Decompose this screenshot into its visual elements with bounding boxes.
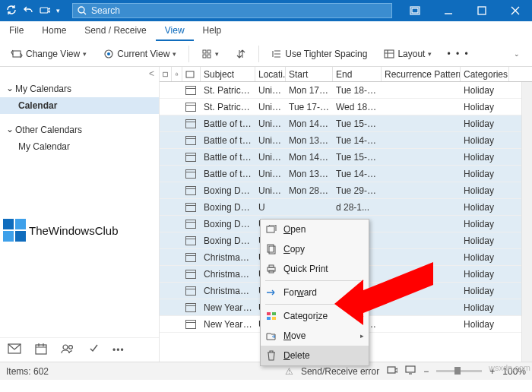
sidebar-item-my-calendar[interactable]: My Calendar (0, 138, 159, 155)
ctx-delete[interactable]: Delete (261, 346, 369, 365)
zoom-slider[interactable] (436, 370, 482, 372)
col-categories-header[interactable]: Categories ▲ (461, 67, 509, 81)
vertical-scrollbar[interactable] (521, 82, 532, 362)
windowsclub-icon (3, 219, 26, 242)
svg-rect-5 (13, 51, 21, 57)
svg-rect-14 (15, 219, 26, 229)
calendar-item-icon (185, 220, 196, 229)
ctx-categorize[interactable]: Categorize▸ (261, 306, 369, 326)
qat-dropdown-icon[interactable]: ▾ (56, 7, 60, 14)
people-icon[interactable] (61, 343, 74, 356)
camera-icon[interactable] (40, 5, 50, 17)
connection-icon[interactable] (387, 365, 397, 377)
search-input[interactable] (91, 5, 387, 16)
svg-rect-31 (267, 317, 271, 320)
calendar-item-icon (185, 186, 196, 195)
ctx-open[interactable]: OOpenpen (261, 220, 369, 239)
calendar-item-icon (185, 270, 196, 279)
calendar-item-icon (185, 103, 196, 112)
svg-rect-3 (412, 8, 418, 13)
table-row[interactable]: Boxing Day B...Unite...Mon 28-1...Tue 29… (160, 182, 532, 199)
undo-icon[interactable] (23, 5, 33, 17)
image-source-watermark: wsxdn.com (489, 363, 530, 372)
col-reminder-header[interactable] (172, 67, 182, 81)
ctx-move[interactable]: Move▸ (261, 326, 369, 346)
current-view-button[interactable]: Current View▾ (99, 46, 181, 62)
tighter-spacing-button[interactable]: Use Tighter Spacing (267, 46, 372, 62)
svg-rect-35 (406, 366, 415, 372)
menu-bar: File Home Send / Receive View Help (0, 21, 532, 41)
table-row[interactable]: Battle of the ...Unite...Mon 13-0...Tue … (160, 132, 532, 149)
col-subject-header[interactable]: Subject (201, 67, 255, 81)
minimize-button[interactable] (432, 0, 465, 21)
table-row[interactable]: St. Patrick’s ...Unite...Tue 17-03...Wed… (160, 99, 532, 115)
ctx-forward[interactable]: Forward (261, 283, 369, 302)
alert-icon: ⚠ (285, 366, 293, 377)
table-row[interactable]: Boxing Day B...Ud 28-1...Holiday (160, 199, 532, 216)
menu-view[interactable]: View (156, 21, 194, 41)
svg-rect-10 (203, 55, 206, 58)
svg-point-20 (69, 346, 73, 349)
display-settings-icon[interactable] (405, 365, 416, 377)
col-icon-header[interactable] (160, 67, 172, 81)
col-item-header[interactable] (182, 67, 201, 81)
ribbon: Change View▾ Current View▾ ▾ Use Tighter… (0, 41, 532, 67)
items-count: Items: 602 (6, 366, 49, 377)
ctx-copy[interactable]: Copy (261, 239, 369, 259)
svg-rect-13 (3, 219, 14, 229)
change-view-button[interactable]: Change View▾ (6, 46, 91, 62)
calendar-item-icon (185, 119, 196, 128)
calendar-item-icon (185, 86, 196, 95)
copy-icon (265, 244, 277, 254)
watermark-text: TheWindowsClub (29, 224, 119, 237)
nav-more-button[interactable]: ••• (112, 345, 125, 356)
arrange-button[interactable]: ▾ (197, 46, 223, 62)
close-button[interactable] (499, 0, 532, 21)
svg-point-1 (78, 7, 84, 13)
send-receive-status[interactable]: Send/Receive error (301, 366, 379, 377)
reverse-sort-button[interactable] (231, 46, 251, 62)
collapse-icon[interactable]: < (0, 67, 159, 81)
table-row[interactable]: Battle of the ...Unite...Mon 13-0...Tue … (160, 166, 532, 182)
calendar-item-icon (185, 136, 196, 145)
table-row[interactable]: Battle of the ...Unite...Mon 14-0...Tue … (160, 149, 532, 166)
nav-module-switcher: ••• (0, 337, 159, 362)
table-row[interactable]: St. Patrick’s ...Unite...Mon 17-0...Tue … (160, 82, 532, 99)
sidebar-item-calendar[interactable]: Calendar (0, 97, 159, 114)
mail-icon[interactable] (8, 343, 21, 356)
calendar-icon[interactable] (35, 343, 47, 357)
zoom-out-button[interactable]: − (423, 366, 429, 377)
col-location-header[interactable]: Locati... (255, 67, 286, 81)
col-recurrence-header[interactable]: Recurrence Pattern (382, 67, 461, 81)
calendar-item-icon (185, 153, 196, 162)
menu-file[interactable]: File (0, 21, 33, 41)
svg-rect-30 (272, 312, 276, 315)
col-end-header[interactable]: End (333, 67, 382, 81)
svg-rect-16 (15, 231, 26, 242)
ribbon-overflow-button[interactable]: • • • (444, 49, 472, 59)
table-row[interactable]: Battle of the ...Unite...Mon 14-0...Tue … (160, 115, 532, 132)
sidebar-group-my-calendars[interactable]: My Calendars (0, 81, 159, 97)
search-box[interactable] (72, 3, 392, 18)
col-start-header[interactable]: Start (286, 67, 333, 81)
svg-rect-8 (203, 50, 206, 53)
navigation-pane: < My Calendars Calendar Other Calendars … (0, 67, 160, 362)
todo-icon[interactable] (88, 343, 99, 357)
sidebar-group-other-calendars[interactable]: Other Calendars (0, 122, 159, 138)
ribbon-display-button[interactable] (398, 0, 432, 21)
svg-rect-18 (36, 345, 46, 354)
ribbon-collapse-icon[interactable]: ⌄ (514, 50, 526, 58)
sync-icon[interactable] (6, 5, 17, 17)
svg-rect-22 (186, 71, 194, 77)
menu-send-receive[interactable]: Send / Receive (75, 21, 155, 41)
calendar-item-icon (185, 303, 196, 312)
forward-icon (265, 289, 277, 296)
ctx-quick-print[interactable]: Quick Print (261, 259, 369, 279)
menu-help[interactable]: Help (194, 21, 231, 41)
layout-button[interactable]: Layout▾ (379, 46, 436, 62)
menu-home[interactable]: Home (33, 21, 75, 41)
svg-rect-4 (478, 7, 486, 14)
maximize-button[interactable] (465, 0, 499, 21)
delete-icon (265, 350, 277, 361)
calendar-item-icon (185, 203, 196, 212)
